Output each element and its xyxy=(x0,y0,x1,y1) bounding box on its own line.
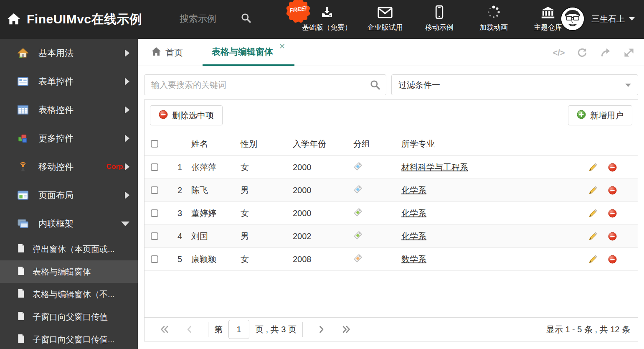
table-body: 1 张萍萍 女 2000 材料科学与工程系 xyxy=(145,156,638,271)
source-code-icon[interactable]: </> xyxy=(552,46,565,59)
edit-pencil-icon[interactable] xyxy=(588,209,597,218)
row-checkbox[interactable] xyxy=(151,232,158,240)
header-search-placeholder: 搜索示例 xyxy=(180,13,216,25)
first-page-button[interactable] xyxy=(152,325,177,334)
delete-row-icon[interactable] xyxy=(608,163,617,172)
major-link[interactable]: 材料科学与工程系 xyxy=(401,163,468,172)
tab-home[interactable]: 首页 xyxy=(151,39,183,66)
search-icon[interactable] xyxy=(370,79,380,92)
delete-row-icon[interactable] xyxy=(608,232,617,241)
nav-item-enterprise-trial[interactable]: 企业版试用 xyxy=(364,5,406,32)
row-checkbox[interactable] xyxy=(151,255,158,263)
sidebar-subitem-grid-edit-window-alt[interactable]: 表格与编辑窗体（不... xyxy=(0,283,138,306)
column-header-major[interactable]: 所学专业 xyxy=(401,138,588,150)
row-checkbox[interactable] xyxy=(151,209,158,217)
prev-page-button[interactable] xyxy=(177,325,202,334)
sidebar-item-page-layout[interactable]: 页面布局 xyxy=(0,181,138,209)
select-all-checkbox[interactable] xyxy=(151,140,158,148)
edit-pencil-icon[interactable] xyxy=(588,186,597,195)
chevron-down-icon xyxy=(625,84,631,87)
user-menu[interactable]: 三生石上 xyxy=(560,7,635,31)
edit-pencil-icon[interactable] xyxy=(588,232,597,241)
cell-name: 陈飞 xyxy=(182,185,241,196)
chevron-down-icon xyxy=(121,222,129,226)
sidebar-subitem-grid-edit-window[interactable]: 表格与编辑窗体 xyxy=(0,260,138,283)
search-icon[interactable] xyxy=(241,13,251,25)
column-header-name[interactable]: 姓名 xyxy=(182,138,241,150)
tab-label: 表格与编辑窗体 xyxy=(212,46,273,58)
row-number: 2 xyxy=(162,186,182,195)
cell-group xyxy=(353,185,401,196)
tab-grid-edit-window[interactable]: 表格与编辑窗体 ✕ xyxy=(203,39,294,66)
sidebar-item-inline-frame[interactable]: 内联框架 xyxy=(0,209,138,238)
sidebar-item-more-controls[interactable]: 更多控件 xyxy=(0,124,138,153)
last-page-button[interactable] xyxy=(334,325,359,334)
keyword-search-input[interactable] xyxy=(144,74,386,95)
nav-item-loading-animation[interactable]: 加载动画 xyxy=(473,5,515,32)
sidebar-item-form-controls[interactable]: 表单控件 xyxy=(0,67,138,96)
user-name: 三生石上 xyxy=(591,13,625,25)
page-prefix: 第 xyxy=(214,324,223,335)
edit-pencil-icon[interactable] xyxy=(588,163,597,172)
sidebar-item-basic-usage[interactable]: 基本用法 xyxy=(0,39,138,67)
column-header-group[interactable]: 分组 xyxy=(353,138,401,150)
sidebar-item-label: 基本用法 xyxy=(38,47,125,59)
delete-row-icon[interactable] xyxy=(608,209,617,218)
sidebar-subitem-child-to-parent[interactable]: 子窗口向父窗口传值 xyxy=(0,306,138,328)
plus-circle-icon xyxy=(577,110,586,121)
keyword-search xyxy=(144,74,386,95)
sidebar-item-mobile-controls[interactable]: 移动控件 Corp. xyxy=(0,153,138,181)
column-header-year[interactable]: 入学年份 xyxy=(293,138,353,150)
row-checkbox[interactable] xyxy=(151,186,158,194)
add-user-label: 新增用户 xyxy=(590,110,624,121)
expand-icon[interactable] xyxy=(622,46,636,59)
page-number-input[interactable] xyxy=(228,320,249,339)
major-link[interactable]: 化学系 xyxy=(401,232,426,241)
edit-pencil-icon[interactable] xyxy=(588,255,597,264)
nav-item-label: 主题仓库 xyxy=(534,23,562,32)
pager-divider xyxy=(208,322,208,337)
share-icon[interactable] xyxy=(599,46,612,59)
delete-row-icon[interactable] xyxy=(608,255,617,264)
sidebar: 基本用法 表单控件 表格控件 更多控件 移动控件 Corp. 页面布局 xyxy=(0,39,138,349)
next-page-button[interactable] xyxy=(309,325,334,334)
close-icon[interactable]: ✕ xyxy=(279,42,285,51)
sidebar-item-label: 移动控件 xyxy=(38,161,103,173)
tab-label: 首页 xyxy=(165,47,183,59)
nav-item-label: 企业版试用 xyxy=(368,23,403,32)
cell-group xyxy=(353,162,401,173)
record-summary: 显示 1 - 5 条 , 共 12 条 xyxy=(546,324,630,335)
sidebar-item-label: 表格控件 xyxy=(38,104,125,116)
sidebar-subitem-popup-window[interactable]: 弹出窗体（本页面或... xyxy=(0,238,138,260)
filter-dropdown[interactable]: 过滤条件一 xyxy=(391,74,638,95)
table-row: 5 康颖颖 女 2008 数学系 xyxy=(145,248,638,271)
avatar[interactable] xyxy=(560,7,585,31)
nav-item-mobile-demo[interactable]: 移动示例 xyxy=(418,5,460,32)
cell-name: 张萍萍 xyxy=(182,162,241,173)
cell-year: 2000 xyxy=(293,163,353,172)
sidebar-subitem-label: 子窗口向父窗口传值 xyxy=(33,311,108,323)
delete-row-icon[interactable] xyxy=(608,186,617,195)
tab-bar: 首页 表格与编辑窗体 ✕ </> xyxy=(138,39,644,66)
sidebar-subitem-label: 弹出窗体（本页面或... xyxy=(33,244,115,255)
header-search[interactable]: 搜索示例 xyxy=(180,13,251,25)
logo[interactable]: FineUIMvc在线示例 xyxy=(7,11,142,28)
sidebar-item-grid-controls[interactable]: 表格控件 xyxy=(0,96,138,124)
column-header-gender[interactable]: 性别 xyxy=(241,138,293,150)
table-row: 3 董婷婷 女 2000 化学系 xyxy=(145,202,638,225)
add-user-button[interactable]: 新增用户 xyxy=(568,105,632,125)
sidebar-subitem-child-to-parent-alt[interactable]: 子窗口向父窗口传值... xyxy=(0,328,138,349)
mobile-icon xyxy=(435,5,444,19)
row-checkbox[interactable] xyxy=(151,163,158,171)
major-link[interactable]: 化学系 xyxy=(401,209,426,218)
table-header-row: 姓名 性别 入学年份 分组 所学专业 xyxy=(145,132,638,156)
major-link[interactable]: 化学系 xyxy=(401,186,426,195)
document-icon xyxy=(17,334,25,345)
delete-selected-button[interactable]: 删除选中项 xyxy=(150,105,223,125)
cell-gender: 男 xyxy=(241,185,293,196)
cell-group xyxy=(353,254,401,265)
home-icon xyxy=(151,47,161,58)
major-link[interactable]: 数学系 xyxy=(401,255,426,264)
cell-year: 2008 xyxy=(293,255,353,264)
refresh-icon[interactable] xyxy=(576,46,589,59)
